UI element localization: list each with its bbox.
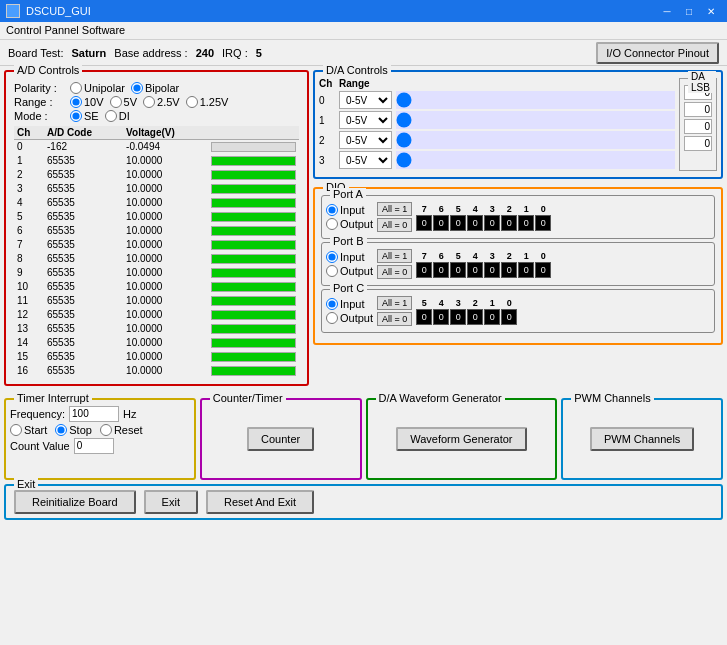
bit-button[interactable]: 0 bbox=[433, 215, 449, 231]
bit-number: 5 bbox=[416, 298, 432, 308]
da-range-select[interactable]: 0-5V0-10V+-5V+-10V bbox=[339, 111, 392, 129]
range-5v-radio[interactable]: 5V bbox=[110, 96, 137, 108]
bit-button[interactable]: 0 bbox=[450, 309, 466, 325]
da-controls-group: D/A Controls Ch Range 00-5V0-10V+-5V+-10… bbox=[313, 70, 723, 179]
port-c-input-radio[interactable]: Input bbox=[326, 298, 373, 310]
port-c-output-radio[interactable]: Output bbox=[326, 312, 373, 324]
ch-code: 65535 bbox=[44, 266, 123, 280]
bit-button[interactable]: 0 bbox=[416, 215, 432, 231]
bit-button[interactable]: 0 bbox=[535, 262, 551, 278]
port-a-output-radio[interactable]: Output bbox=[326, 218, 373, 230]
bit-button[interactable]: 0 bbox=[518, 262, 534, 278]
range-2v5-radio[interactable]: 2.5V bbox=[143, 96, 180, 108]
bit-button[interactable]: 0 bbox=[501, 262, 517, 278]
da-controls-label: D/A Controls bbox=[323, 64, 391, 76]
bit-button[interactable]: 0 bbox=[467, 215, 483, 231]
bit-number: 0 bbox=[501, 298, 517, 308]
reset-and-exit-button[interactable]: Reset And Exit bbox=[206, 490, 314, 514]
range-10v-radio[interactable]: 10V bbox=[70, 96, 104, 108]
bit-button[interactable]: 0 bbox=[433, 309, 449, 325]
port-a-all0-btn[interactable]: All = 0 bbox=[377, 218, 412, 232]
da-slider[interactable] bbox=[396, 111, 675, 129]
port-b-input-radio[interactable]: Input bbox=[326, 251, 373, 263]
ch-voltage: 10.0000 bbox=[123, 154, 208, 168]
bit-number: 4 bbox=[467, 204, 483, 214]
da-channel-row: 20-5V0-10V+-5V+-10V bbox=[319, 131, 675, 149]
hz-label: Hz bbox=[123, 408, 136, 420]
ad-controls-group: A/D Controls Polarity : Unipolar Bipolar bbox=[4, 70, 309, 386]
range-1v25-radio[interactable]: 1.25V bbox=[186, 96, 229, 108]
reinitialize-button[interactable]: Reinitialize Board bbox=[14, 490, 136, 514]
port-a-all1-btn[interactable]: All = 1 bbox=[377, 202, 412, 216]
bit-button[interactable]: 0 bbox=[518, 215, 534, 231]
bit-button[interactable]: 0 bbox=[467, 262, 483, 278]
da-slider[interactable] bbox=[396, 91, 675, 109]
bit-button[interactable]: 0 bbox=[416, 262, 432, 278]
bit-button[interactable]: 0 bbox=[450, 262, 466, 278]
mode-se-radio[interactable]: SE bbox=[70, 110, 99, 122]
unipolar-radio[interactable]: Unipolar bbox=[70, 82, 125, 94]
port-b-all1-btn[interactable]: All = 1 bbox=[377, 249, 412, 263]
port-c-all0-btn[interactable]: All = 0 bbox=[377, 312, 412, 326]
da-range-select[interactable]: 0-5V0-10V+-5V+-10V bbox=[339, 91, 392, 109]
close-button[interactable]: ✕ bbox=[701, 3, 721, 19]
bit-number: 2 bbox=[467, 298, 483, 308]
ch-voltage: 10.0000 bbox=[123, 266, 208, 280]
start-radio[interactable]: Start bbox=[10, 424, 47, 436]
da-lsb-input[interactable] bbox=[684, 102, 712, 117]
da-slider[interactable] bbox=[396, 131, 675, 149]
da-lsb-input[interactable] bbox=[684, 136, 712, 151]
bit-number: 0 bbox=[535, 251, 551, 261]
da-lsb-input[interactable] bbox=[684, 119, 712, 134]
minimize-button[interactable]: ─ bbox=[657, 3, 677, 19]
maximize-button[interactable]: □ bbox=[679, 3, 699, 19]
bit-button[interactable]: 0 bbox=[484, 309, 500, 325]
port-a-input-radio[interactable]: Input bbox=[326, 204, 373, 216]
bit-number: 0 bbox=[535, 204, 551, 214]
reset-radio[interactable]: Reset bbox=[100, 424, 143, 436]
channel-row: 1 65535 10.0000 bbox=[14, 154, 299, 168]
bit-button[interactable]: 0 bbox=[467, 309, 483, 325]
bit-button[interactable]: 0 bbox=[416, 309, 432, 325]
stop-radio[interactable]: Stop bbox=[55, 424, 92, 436]
da-range-select[interactable]: 0-5V0-10V+-5V+-10V bbox=[339, 151, 392, 169]
bit-button[interactable]: 0 bbox=[433, 262, 449, 278]
da-range-select[interactable]: 0-5V0-10V+-5V+-10V bbox=[339, 131, 392, 149]
counter-button[interactable]: Counter bbox=[247, 427, 314, 451]
da-channel-row: 00-5V0-10V+-5V+-10V bbox=[319, 91, 675, 109]
channel-scroll[interactable]: Ch A/D Code Voltage(V) 0 -162 -0.0494 bbox=[14, 124, 299, 378]
bit-button[interactable]: 0 bbox=[501, 215, 517, 231]
pwm-channels-button[interactable]: PWM Channels bbox=[590, 427, 694, 451]
mode-di-radio[interactable]: DI bbox=[105, 110, 130, 122]
bit-button[interactable]: 0 bbox=[450, 215, 466, 231]
da-lsb-row bbox=[684, 102, 712, 117]
port-b-output-radio[interactable]: Output bbox=[326, 265, 373, 277]
port-b-all0-btn[interactable]: All = 0 bbox=[377, 265, 412, 279]
port-c-all1-btn[interactable]: All = 1 bbox=[377, 296, 412, 310]
frequency-input[interactable] bbox=[69, 406, 119, 422]
bipolar-radio[interactable]: Bipolar bbox=[131, 82, 179, 94]
ch-bar bbox=[208, 322, 299, 336]
io-connector-button[interactable]: I/O Connector Pinout bbox=[596, 42, 719, 64]
ch-num: 6 bbox=[14, 224, 44, 238]
ad-controls-label: A/D Controls bbox=[14, 64, 82, 76]
polarity-row: Polarity : Unipolar Bipolar bbox=[14, 82, 299, 94]
bit-number: 6 bbox=[433, 204, 449, 214]
dio-group: DIO Port A Input Output bbox=[313, 187, 723, 345]
channel-row: 5 65535 10.0000 bbox=[14, 210, 299, 224]
base-address-label: Base address : bbox=[114, 47, 187, 59]
bit-button[interactable]: 0 bbox=[535, 215, 551, 231]
da-slider[interactable] bbox=[396, 151, 675, 169]
count-input[interactable] bbox=[74, 438, 114, 454]
bit-number: 3 bbox=[484, 204, 500, 214]
da-ch-num: 1 bbox=[319, 115, 335, 126]
bit-button[interactable]: 0 bbox=[484, 262, 500, 278]
port-a-group: Port A Input Output bbox=[321, 195, 715, 239]
counter-timer-label: Counter/Timer bbox=[210, 392, 286, 404]
ch-bar bbox=[208, 224, 299, 238]
exit-button[interactable]: Exit bbox=[144, 490, 198, 514]
waveform-generator-button[interactable]: Waveform Generator bbox=[396, 427, 526, 451]
bit-button[interactable]: 0 bbox=[484, 215, 500, 231]
bit-button[interactable]: 0 bbox=[501, 309, 517, 325]
left-panel: A/D Controls Polarity : Unipolar Bipolar bbox=[4, 70, 309, 390]
